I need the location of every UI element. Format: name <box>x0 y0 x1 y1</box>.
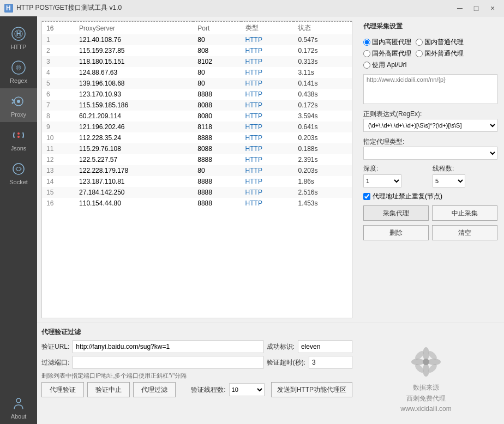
bottom-area: 代理验证过滤 验证URL: 成功标识: 过滤端口: 验证超时(秒): <box>37 323 504 424</box>
cell-num: 11 <box>42 143 75 154</box>
table-row[interactable]: 7 115.159.185.186 8088 HTTP 0.172s <box>42 100 352 111</box>
radio-foreign-normal-label: 国外普通代理 <box>424 49 464 58</box>
cell-port: 8118 <box>193 122 241 132</box>
logo-icon <box>410 346 442 378</box>
close-button[interactable]: × <box>485 3 500 14</box>
minimize-button[interactable]: ─ <box>453 3 467 14</box>
table-row[interactable]: 2 115.159.237.85 808 HTTP 0.172s <box>42 45 352 56</box>
cell-num: 13 <box>42 165 75 176</box>
proxy-table-container[interactable]: 16 ProxyServer Port 类型 状态 1 121.40.108.7… <box>41 21 352 318</box>
stop-verify-button[interactable]: 验证中止 <box>87 382 130 397</box>
cell-type: HTTP <box>241 143 294 154</box>
depth-select[interactable]: 1 2 3 <box>363 174 401 187</box>
proxy-type-select[interactable]: HTTP HTTPS SOCKS4 SOCKS5 <box>363 147 497 160</box>
cell-port: 8080 <box>193 111 241 122</box>
verify-thread-select[interactable]: 5 10 20 30 50 <box>229 383 265 396</box>
svg-point-25 <box>423 359 429 365</box>
cell-num: 5 <box>42 78 75 89</box>
cell-num: 3 <box>42 56 75 67</box>
table-row[interactable]: 4 124.88.67.63 80 HTTP 3.11s <box>42 67 352 78</box>
table-row[interactable]: 10 112.228.35.24 8888 HTTP 0.203s <box>42 132 352 143</box>
cell-type: HTTP <box>241 154 294 165</box>
logo-area: 数据来源 西刺免费代理 www.xicidaili.com <box>352 340 500 420</box>
cell-status: 0.438s <box>293 89 352 100</box>
cell-type: HTTP <box>241 187 294 198</box>
sidebar-item-regex[interactable]: ® Regex <box>0 54 37 88</box>
cell-port: 80 <box>193 165 241 176</box>
proxy-icon <box>11 94 26 109</box>
cell-port: 8888 <box>193 176 241 187</box>
radio-api-url[interactable]: 使用 Api/Url <box>363 60 406 70</box>
cell-status: 0.641s <box>293 122 352 132</box>
no-duplicate-checkbox[interactable] <box>363 193 370 200</box>
table-row[interactable]: 8 60.21.209.114 8080 HTTP 3.594s <box>42 111 352 122</box>
maximize-button[interactable]: □ <box>469 3 483 14</box>
cell-num: 7 <box>42 100 75 111</box>
table-row[interactable]: 6 123.170.10.93 8888 HTTP 0.438s <box>42 89 352 100</box>
table-row[interactable]: 3 118.180.15.151 8102 HTTP 0.313s <box>42 56 352 67</box>
depth-label: 深度: <box>363 164 428 173</box>
api-url-textarea[interactable] <box>363 74 497 104</box>
logo-line3: www.xicidaili.com <box>400 404 451 414</box>
header-status: 状态 <box>293 22 352 35</box>
table-row[interactable]: 16 110.154.44.80 8888 HTTP 1.453s <box>42 198 352 209</box>
collect-proxy-button[interactable]: 采集代理 <box>363 205 429 221</box>
verify-button[interactable]: 代理验证 <box>41 382 84 397</box>
table-row[interactable]: 13 122.228.179.178 80 HTTP 0.203s <box>42 165 352 176</box>
bottom-flex: 验证URL: 成功标识: 过滤端口: 验证超时(秒): 删除列表中指定端口IP地… <box>41 340 500 420</box>
svg-point-16 <box>16 398 21 403</box>
cell-server: 122.228.179.178 <box>75 165 193 176</box>
cell-type: HTTP <box>241 89 294 100</box>
stop-collect-button[interactable]: 中止采集 <box>432 205 497 221</box>
clear-button[interactable]: 清空 <box>432 225 497 240</box>
delete-clear-btn-row: 删除 清空 <box>363 225 497 240</box>
sidebar-label-about: About <box>11 413 27 420</box>
verify-url-input[interactable] <box>73 340 263 353</box>
depth-thread-row: 深度: 1 2 3 线程数: 1 2 3 5 <box>363 164 497 187</box>
table-row[interactable]: 5 139.196.108.68 80 HTTP 0.141s <box>42 78 352 89</box>
cell-port: 8888 <box>193 89 241 100</box>
regex-select[interactable]: (\d+\.\d+\.\d+\.\d+)[\S\s]*?(\d+)[\s\S] <box>363 119 497 132</box>
success-input[interactable] <box>298 340 352 353</box>
sidebar-item-jsons[interactable]: Jsons <box>0 122 37 156</box>
sidebar-item-proxy[interactable]: Proxy <box>0 88 37 122</box>
cell-port: 8088 <box>193 100 241 111</box>
delete-button[interactable]: 删除 <box>363 225 429 240</box>
url-label: 验证URL: <box>41 342 69 352</box>
port-row: 过滤端口: 验证超时(秒): <box>41 356 352 369</box>
cell-type: HTTP <box>241 176 294 187</box>
radio-foreign-normal[interactable]: 国外普通代理 <box>416 49 464 58</box>
thread-select[interactable]: 1 2 3 5 10 <box>433 174 465 187</box>
filter-port-input[interactable] <box>73 356 263 369</box>
table-row[interactable]: 15 27.184.142.250 8888 HTTP 2.516s <box>42 187 352 198</box>
main-content: 16 ProxyServer Port 类型 状态 1 121.40.108.7… <box>37 16 504 424</box>
jsons-icon <box>11 128 26 143</box>
table-row[interactable]: 11 115.29.76.108 8088 HTTP 0.188s <box>42 143 352 154</box>
header-proxyserver: ProxyServer <box>75 22 193 35</box>
timeout-input[interactable] <box>309 356 352 369</box>
cell-port: 8888 <box>193 198 241 209</box>
cell-num: 9 <box>42 122 75 132</box>
logo-text: 数据来源 西刺免费代理 www.xicidaili.com <box>400 383 451 414</box>
sidebar-item-http[interactable]: H HTTP <box>0 21 37 54</box>
bottom-left: 验证URL: 成功标识: 过滤端口: 验证超时(秒): 删除列表中指定端口IP地… <box>41 340 352 420</box>
send-to-http-button[interactable]: 发送到HTTP功能代理区 <box>271 382 352 397</box>
cell-server: 115.159.237.85 <box>75 45 193 56</box>
cell-status: 1.86s <box>293 176 352 187</box>
radio-foreign-high[interactable]: 国外高匿代理 <box>363 49 411 58</box>
app-icon: H <box>4 4 13 13</box>
no-duplicate-label[interactable]: 代理地址禁止重复(节点) <box>373 192 442 201</box>
radio-domestic-normal[interactable]: 国内普通代理 <box>416 38 464 47</box>
filter-button[interactable]: 代理过滤 <box>133 382 176 397</box>
sidebar-item-about[interactable]: About <box>0 390 37 424</box>
cell-type: HTTP <box>241 67 294 78</box>
table-row[interactable]: 14 123.187.110.81 8888 HTTP 1.86s <box>42 176 352 187</box>
cell-server: 118.180.15.151 <box>75 56 193 67</box>
sidebar-item-socket[interactable]: Socket <box>0 156 37 190</box>
radio-domestic-high[interactable]: 国内高匿代理 <box>363 38 411 47</box>
table-row[interactable]: 12 122.5.227.57 8888 HTTP 2.391s <box>42 154 352 165</box>
table-row[interactable]: 9 121.196.202.46 8118 HTTP 0.641s <box>42 122 352 132</box>
thread-count-label: 验证线程数: <box>191 385 225 395</box>
table-row[interactable]: 1 121.40.108.76 80 HTTP 0.547s <box>42 34 352 45</box>
success-label: 成功标识: <box>267 342 295 352</box>
